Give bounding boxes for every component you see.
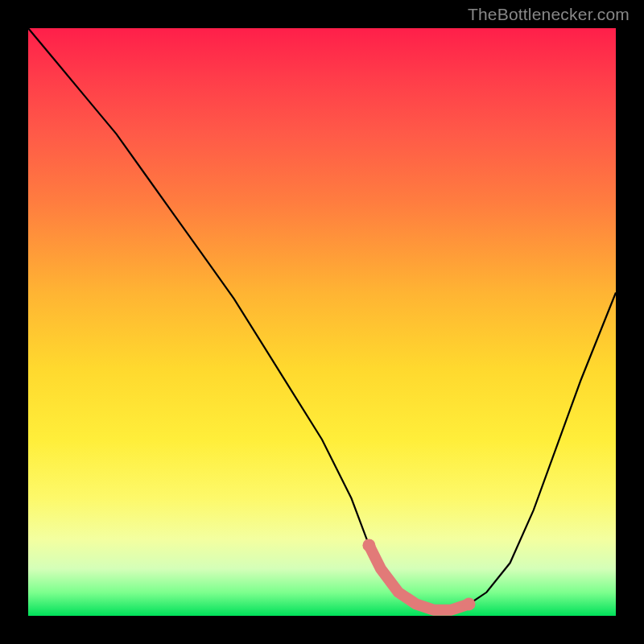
highlight-band-path [369,545,469,609]
chart-frame: TheBottlenecker.com [0,0,644,644]
plot-area [28,28,616,616]
highlight-start-dot [362,539,375,551]
watermark-text: TheBottlenecker.com [468,5,630,24]
chart-svg [28,28,616,616]
bottleneck-curve-path [28,28,616,610]
highlight-end-dot [463,597,476,610]
